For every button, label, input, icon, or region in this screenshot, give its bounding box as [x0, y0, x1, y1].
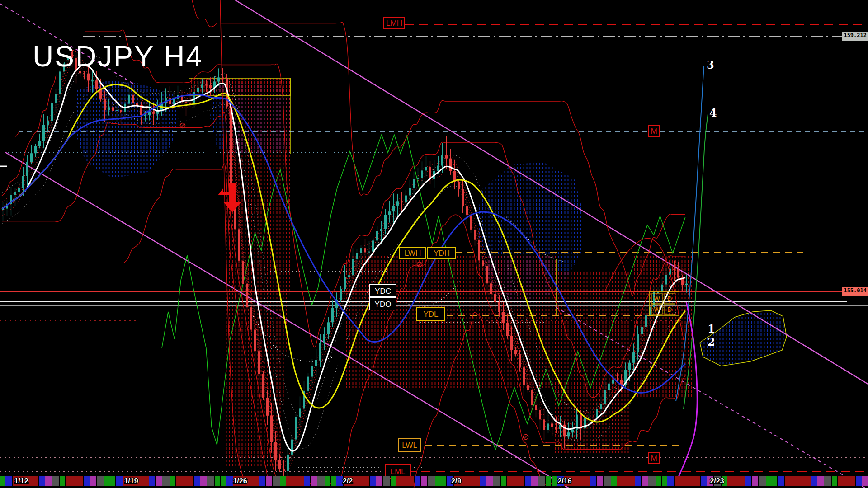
candle-body — [657, 292, 659, 293]
session-ribbon-block — [97, 476, 104, 486]
x-axis-date[interactable]: 1/26 — [233, 477, 247, 485]
candle-body — [38, 141, 41, 146]
session-ribbon-block — [604, 476, 611, 486]
candle-body — [87, 74, 90, 81]
candle-body — [409, 188, 411, 195]
candle-body — [396, 201, 399, 206]
reversal-marker-icon — [181, 124, 184, 127]
layer-ribbon: 1/121/191/262/22/92/162/23 — [0, 476, 868, 486]
session-ribbon-block — [766, 476, 772, 486]
wd-cell-text: W — [654, 306, 660, 313]
candle-body — [531, 390, 533, 405]
session-ribbon-block — [428, 476, 435, 486]
candle-body — [26, 162, 28, 176]
candle-body — [632, 352, 635, 363]
session-ribbon-block — [667, 476, 674, 486]
session-ribbon-block — [421, 476, 427, 486]
session-ribbon-block — [52, 476, 59, 486]
session-ribbon-block — [162, 476, 170, 486]
session-ribbon-block — [552, 476, 557, 486]
session-ribbon-block — [286, 476, 304, 486]
session-ribbon-block — [325, 476, 330, 486]
candle-body — [30, 153, 33, 162]
candle-body — [637, 334, 639, 352]
candle-body — [116, 110, 118, 111]
candle-body — [494, 294, 496, 302]
wd-cell-text: W — [654, 295, 660, 302]
candle-body — [425, 167, 427, 171]
session-ribbon-block — [785, 476, 811, 486]
session-ribbon-block — [507, 476, 524, 486]
candle-body — [360, 248, 362, 253]
candle-body — [104, 99, 106, 110]
candle-body — [372, 240, 374, 251]
session-ribbon-block — [207, 476, 214, 486]
candle-body — [283, 469, 285, 471]
session-ribbon-block — [215, 476, 220, 486]
candle-body — [551, 423, 553, 427]
wave-number-label: 4 — [709, 106, 717, 119]
session-ribbon-block — [701, 476, 707, 486]
candle-body — [250, 307, 252, 329]
level-label-text: YDO — [375, 300, 392, 309]
candle-body — [405, 196, 407, 203]
x-axis-date[interactable]: 2/2 — [343, 477, 353, 485]
level-label-text: YDL — [423, 310, 438, 319]
chart-canvas[interactable]: 3412LMHMLWHYDHYDCYDOYDLLWLMLMLWDWD1/121/… — [0, 0, 868, 488]
candle-body — [327, 322, 330, 334]
wave-number-label: 3 — [707, 58, 714, 71]
candle-body — [523, 367, 525, 385]
candle-body — [262, 374, 264, 398]
candle-body — [201, 84, 203, 88]
session-ribbon-block — [656, 476, 661, 486]
x-axis-date[interactable]: 2/9 — [451, 477, 461, 485]
candle-body — [462, 189, 464, 206]
wave-number-label: 1 — [708, 322, 715, 335]
candle-body — [258, 351, 260, 374]
session-ribbon-block — [435, 476, 441, 486]
candle-body — [120, 110, 122, 112]
candle-body — [482, 260, 484, 266]
candle-body — [112, 107, 114, 111]
session-ribbon-block — [611, 476, 617, 486]
x-axis-date[interactable]: 1/12 — [14, 477, 28, 485]
session-ribbon-block — [370, 476, 376, 486]
candle-body — [291, 440, 293, 455]
candle-body — [132, 95, 134, 103]
session-ribbon-block — [45, 476, 52, 486]
session-ribbon-block — [331, 476, 336, 486]
session-ribbon-block — [259, 476, 265, 486]
candle-body — [514, 350, 517, 354]
x-axis-date[interactable]: 2/23 — [710, 477, 724, 485]
candle-body — [193, 92, 195, 103]
level-label-text: LWL — [402, 441, 417, 450]
chart-window: 3412LMHMLWHYDHYDCYDOYDLLWLMLMLWDWD1/121/… — [0, 0, 868, 488]
candle-body — [278, 460, 281, 469]
candle-body — [441, 155, 443, 165]
session-ribbon-block — [648, 476, 656, 486]
session-ribbon-block — [273, 476, 280, 486]
candle-body — [91, 80, 94, 81]
candle-body — [612, 380, 614, 384]
session-ribbon-block — [317, 476, 325, 486]
candle-body — [173, 99, 175, 104]
session-ribbon-block — [0, 476, 5, 486]
x-axis-date[interactable]: 2/16 — [557, 477, 571, 485]
candle-body — [368, 252, 370, 253]
candle-body — [604, 390, 606, 404]
session-ribbon-block — [635, 476, 641, 486]
candle-body — [466, 206, 468, 215]
candle-body — [356, 253, 358, 259]
session-ribbon-block — [546, 476, 551, 486]
indicator-zone-red — [555, 271, 629, 453]
candle-body — [217, 77, 220, 81]
level-label-text: LWH — [405, 249, 421, 258]
candle-body — [348, 275, 350, 277]
session-ribbon-block — [311, 476, 317, 486]
layer-zones — [189, 78, 693, 468]
candle-body — [274, 442, 277, 460]
candle-body — [527, 385, 529, 390]
candle-body — [519, 354, 521, 367]
x-axis-date[interactable]: 1/19 — [124, 477, 138, 485]
session-ribbon-block — [531, 476, 538, 486]
